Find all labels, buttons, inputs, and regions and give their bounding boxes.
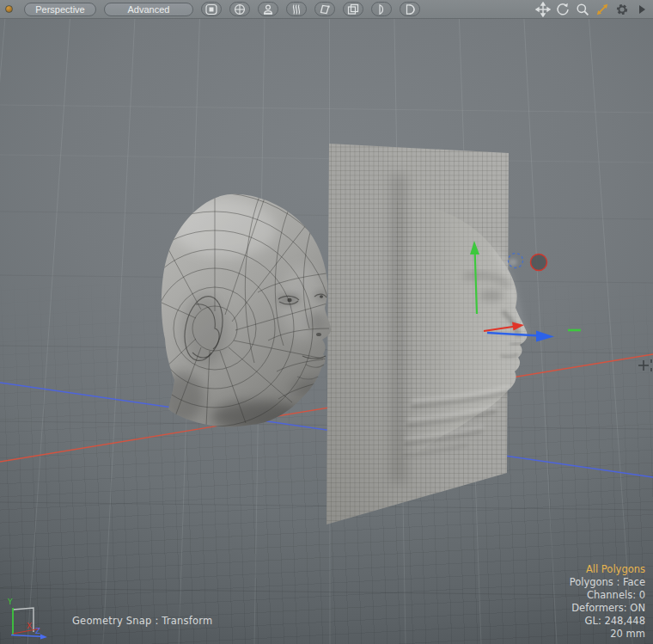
camera-person-icon[interactable] [258,2,278,16]
axis-z-line [0,383,653,477]
viewport-scene [0,19,653,644]
selection-mode-text: All Polygons [570,563,645,576]
view-mode-button[interactable]: Perspective [24,3,96,16]
gear-glyph [614,2,630,17]
axis-widget-z-label: Z [35,627,40,635]
workplane-axis-widget: Y X Z [4,596,52,642]
shading-mode-button[interactable]: Advanced [104,3,193,16]
overlap-quads-icon[interactable] [343,2,363,16]
expand-triangle-glyph [639,5,645,14]
rotate-handle-red-circle[interactable] [531,255,547,271]
polygon-mode-icon[interactable] [314,2,335,16]
relief-plane-mesh[interactable] [322,139,527,531]
camera-person-glyph [261,3,275,15]
fit-view-icon[interactable] [593,1,612,18]
backface-cull-glyph [375,3,388,15]
axis-x-line [0,354,653,462]
info-row-channels: Channels: 0 [570,589,645,602]
render-region-glyph [204,3,218,15]
overlap-quads-glyph [346,3,360,15]
pan-view-glyph [535,2,551,17]
info-row-deformers: Deformers: ON [570,602,645,615]
info-row-polygons: Polygons : Face [570,576,645,589]
polygon-mode-glyph [318,3,332,15]
viewport-active-indicator-dot[interactable] [5,5,13,13]
zoom-view-glyph [575,2,590,17]
axis-widget-y-label: Y [7,598,13,606]
view-navigation-cluster [533,1,651,18]
viewport-info-panel: All Polygons Polygons : Face Channels: 0… [570,563,645,641]
modeling-app-window: { "toolbar": { "view_mode_label": "Persp… [0,0,653,644]
projection-sphere-icon[interactable] [229,2,250,16]
action-center-cross-marker [638,359,651,371]
backface-cull-icon[interactable] [371,2,392,16]
info-row-gl-count: GL: 248,448 [570,615,645,628]
viewport-toolbar: Perspective Advanced [0,0,653,19]
uv-book-icon[interactable] [400,2,420,16]
fit-view-glyph [595,2,610,17]
snap-status-text: Geometry Snap : Transform [72,615,212,627]
rotate-view-glyph [555,2,571,17]
projection-sphere-glyph [233,3,247,15]
zoom-view-icon[interactable] [573,1,592,18]
rotate-view-icon[interactable] [553,1,572,18]
render-region-icon[interactable] [201,2,222,16]
viewport-settings-gear-icon[interactable] [613,1,632,18]
info-row-grid-size: 20 mm [570,628,645,641]
expand-panel-arrow-icon[interactable] [632,1,651,18]
pan-view-icon[interactable] [534,1,552,18]
workplane-z-arrowhead [40,635,47,640]
wireframe-waves-glyph [290,3,303,15]
3d-viewport[interactable]: Y X Z Geometry Snap : Transform All Poly… [0,19,653,644]
uv-book-glyph [403,3,417,15]
wireframe-waves-icon[interactable] [286,2,307,16]
axis-widget-x-label: X [27,622,32,630]
head-mesh[interactable] [79,191,351,464]
